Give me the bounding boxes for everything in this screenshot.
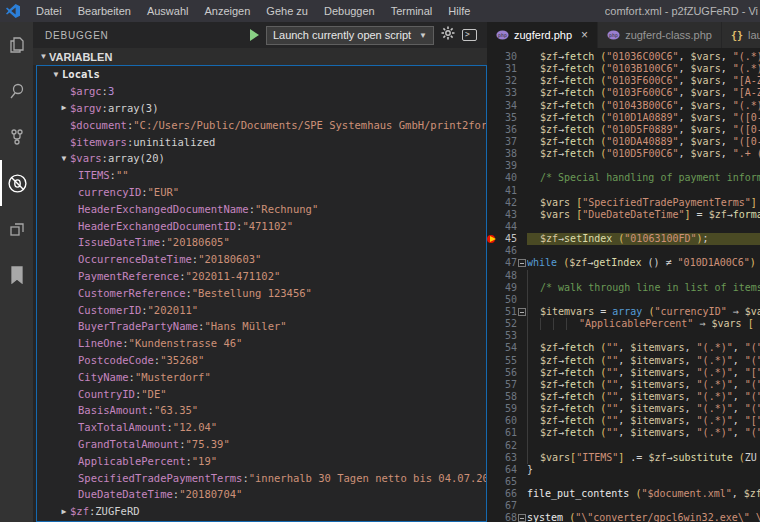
- variable-row[interactable]: ▼$vars: array(20): [37, 150, 486, 167]
- line-number[interactable]: 57: [497, 379, 517, 391]
- variable-row[interactable]: CustomerReference: "Bestellung 123456": [37, 284, 486, 301]
- glyph-margin[interactable]: [487, 148, 497, 160]
- code-line[interactable]: 32$zf→fetch ("0103F600C6", $vars, "[A-Za…: [487, 75, 760, 87]
- fold-icon[interactable]: [517, 257, 527, 269]
- glyph-margin[interactable]: [487, 440, 497, 452]
- code-line[interactable]: 64}: [487, 464, 760, 476]
- glyph-margin[interactable]: [487, 63, 497, 75]
- variable-row[interactable]: IssueDateTime: "20180605": [37, 234, 486, 251]
- variable-row[interactable]: PaymentReference: "202011-471102": [37, 268, 486, 285]
- line-number[interactable]: 64: [497, 464, 517, 476]
- variable-row[interactable]: BasisAmount: "63.35": [37, 402, 486, 419]
- line-number[interactable]: 45: [497, 233, 517, 245]
- line-number[interactable]: 63: [497, 452, 517, 464]
- glyph-margin[interactable]: [487, 51, 497, 63]
- line-number[interactable]: 31: [497, 63, 517, 75]
- gear-icon[interactable]: [441, 26, 455, 44]
- search-icon[interactable]: [0, 68, 33, 114]
- glyph-margin[interactable]: [487, 294, 497, 306]
- launch-config-dropdown[interactable]: Launch currently open script ▼: [266, 26, 434, 45]
- glyph-margin[interactable]: [487, 318, 497, 330]
- glyph-margin[interactable]: [487, 330, 497, 342]
- glyph-margin[interactable]: [487, 427, 497, 439]
- variable-row[interactable]: DueDateDateTime: "20180704": [37, 486, 486, 503]
- line-number[interactable]: 38: [497, 148, 517, 160]
- glyph-margin[interactable]: [487, 112, 497, 124]
- code-line[interactable]: 41: [487, 185, 760, 197]
- variable-row[interactable]: HeaderExchangedDocumentID: "471102": [37, 217, 486, 234]
- code-line[interactable]: 66file_put_contents ("$document.xml", $z…: [487, 488, 760, 500]
- menu-item-debuggen[interactable]: Debuggen: [316, 0, 383, 22]
- line-number[interactable]: 48: [497, 270, 517, 282]
- variable-row[interactable]: CountryID: "DE": [37, 385, 486, 402]
- glyph-margin[interactable]: [487, 500, 497, 512]
- variable-row[interactable]: PostcodeCode: "35268": [37, 352, 486, 369]
- code-line[interactable]: 46: [487, 245, 760, 257]
- line-number[interactable]: 55: [497, 355, 517, 367]
- tree-twistie-icon[interactable]: ▶: [58, 507, 70, 516]
- code-line[interactable]: 51$itemvars = array ("currencyID" ⇒ $var…: [487, 306, 760, 318]
- code-line[interactable]: 59$zf→fetch ("", $itemvars, "(.*)", "(": [487, 403, 760, 415]
- tree-twistie-icon[interactable]: ▶: [58, 103, 70, 112]
- menu-item-terminal[interactable]: Terminal: [383, 0, 441, 22]
- glyph-margin[interactable]: [487, 403, 497, 415]
- code-line[interactable]: 42$vars ["SpecifiedTradePaymentTerms"] =…: [487, 197, 760, 209]
- variable-row[interactable]: $itemvars: uninitialized: [37, 133, 486, 150]
- glyph-margin[interactable]: [487, 270, 497, 282]
- glyph-margin[interactable]: [487, 136, 497, 148]
- editor-tab-launc[interactable]: {}launc: [722, 22, 760, 48]
- line-number[interactable]: 52: [497, 318, 517, 330]
- code-line[interactable]: 60$zf→fetch ("", $itemvars, "(.*)", "[": [487, 415, 760, 427]
- tree-twistie-icon[interactable]: ▼: [58, 154, 70, 163]
- glyph-margin[interactable]: [487, 209, 497, 221]
- glyph-margin[interactable]: [487, 100, 497, 112]
- line-number[interactable]: 66: [497, 488, 517, 500]
- menu-item-anzeigen[interactable]: Anzeigen: [196, 0, 258, 22]
- glyph-margin[interactable]: [487, 124, 497, 136]
- line-number[interactable]: 54: [497, 342, 517, 354]
- code-line[interactable]: 37$zf→fetch ("010DA40889", $vars, "([0-9…: [487, 136, 760, 148]
- line-number[interactable]: 30: [497, 51, 517, 63]
- code-line[interactable]: 33$zf→fetch ("0103F600C6", $vars, "[A-Za…: [487, 87, 760, 99]
- line-number[interactable]: 34: [497, 100, 517, 112]
- code-line[interactable]: 40/* Special handling of payment informa…: [487, 172, 760, 184]
- glyph-margin[interactable]: [487, 464, 497, 476]
- code-line[interactable]: 31$zf→fetch ("0103B100C6", $vars, "(.*)"…: [487, 63, 760, 75]
- line-number[interactable]: 60: [497, 415, 517, 427]
- code-line[interactable]: 49/* walk through line in list of items …: [487, 282, 760, 294]
- code-line[interactable]: 34$zf→fetch ("01043B00C6", $vars, "(.*)"…: [487, 100, 760, 112]
- variable-row[interactable]: BuyerTradePartyName: "Hans Müller": [37, 318, 486, 335]
- variable-row[interactable]: $document: "C:/Users/Public/Documents/SP…: [37, 116, 486, 133]
- code-line[interactable]: 62: [487, 440, 760, 452]
- code-line[interactable]: 55$zf→fetch ("", $itemvars, "(.*)", "(": [487, 355, 760, 367]
- code-line[interactable]: 63$vars["ITEMS"] .= $zf→substitute (ZU: [487, 452, 760, 464]
- editor-tab-zugferd-class-php[interactable]: phpzugferd-class.php: [598, 22, 722, 48]
- menu-item-auswahl[interactable]: Auswahl: [139, 0, 197, 22]
- line-number[interactable]: 46: [497, 245, 517, 257]
- variable-row[interactable]: ApplicablePercent: "19": [37, 452, 486, 469]
- glyph-margin[interactable]: [487, 75, 497, 87]
- code-line[interactable]: 48: [487, 270, 760, 282]
- fold-icon[interactable]: [517, 512, 527, 522]
- code-editor[interactable]: 30$zf→fetch ("01036C00C6", $vars, "(.*)"…: [487, 48, 760, 522]
- glyph-margin[interactable]: [487, 355, 497, 367]
- variable-row[interactable]: ▼Locals: [37, 66, 486, 83]
- code-line[interactable]: 68system ("\"converter/gpcl6win32.exe\" …: [487, 512, 760, 522]
- code-line[interactable]: 54$zf→fetch ("", $itemvars, "(.*)", "(": [487, 342, 760, 354]
- variable-row[interactable]: ▶$argv: array(3): [37, 100, 486, 117]
- code-line[interactable]: 45$zf→setIndex ("01063100FD");: [487, 233, 760, 245]
- variables-section-header[interactable]: ▼ VARIABLEN: [33, 48, 487, 65]
- variable-row[interactable]: ▶$zf: ZUGFeRD: [37, 503, 486, 520]
- line-number[interactable]: 39: [497, 160, 517, 172]
- line-number[interactable]: 33: [497, 87, 517, 99]
- glyph-margin[interactable]: [487, 306, 497, 318]
- variable-row[interactable]: SpecifiedTradePaymentTerms: "innerhalb 3…: [37, 469, 486, 486]
- code-line[interactable]: 44: [487, 221, 760, 233]
- variable-row[interactable]: CustomerID: "202011": [37, 301, 486, 318]
- line-number[interactable]: 59: [497, 403, 517, 415]
- glyph-margin[interactable]: [487, 342, 497, 354]
- glyph-margin[interactable]: [487, 415, 497, 427]
- glyph-margin[interactable]: [487, 87, 497, 99]
- line-number[interactable]: 56: [497, 367, 517, 379]
- menu-item-bearbeiten[interactable]: Bearbeiten: [70, 0, 139, 22]
